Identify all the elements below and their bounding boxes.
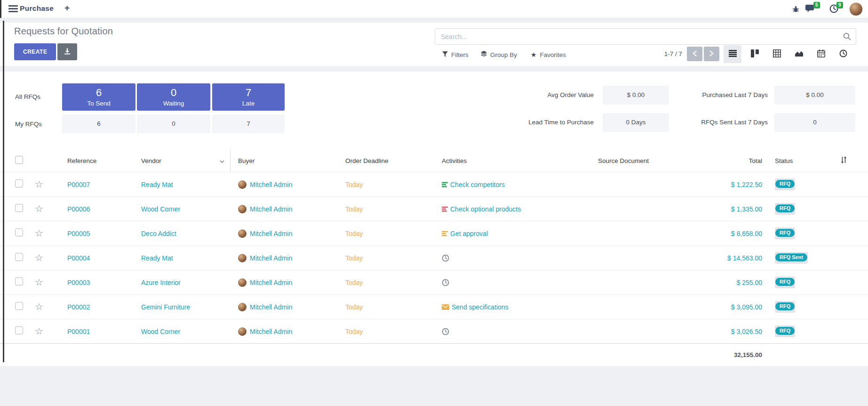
favorite-star-icon[interactable]: ☆ — [35, 228, 43, 238]
vendor-link[interactable]: Ready Mat — [133, 181, 231, 188]
header-order-deadline[interactable]: Order Deadline — [342, 157, 438, 164]
reference-link[interactable]: P00004 — [49, 254, 133, 262]
header-source-document[interactable]: Source Document — [546, 157, 701, 164]
vendor-link[interactable]: Ready Mat — [133, 254, 231, 262]
debug-bug-icon[interactable] — [792, 5, 799, 15]
card-to-send[interactable]: 6 To Send — [62, 83, 135, 111]
apps-menu-icon[interactable] — [8, 5, 18, 12]
filters-button[interactable]: Filters — [442, 49, 469, 60]
activity-link[interactable]: Check optional products — [450, 205, 521, 213]
row-checkbox[interactable] — [15, 277, 23, 285]
reference-link[interactable]: P00006 — [49, 205, 133, 213]
reference-link[interactable]: P00005 — [49, 230, 133, 237]
card-waiting[interactable]: 0 Waiting — [137, 83, 210, 111]
toggle-columns-icon[interactable] — [840, 158, 847, 165]
calendar-view-icon — [817, 49, 825, 59]
card-late[interactable]: 7 Late — [212, 83, 285, 111]
favorite-star-icon[interactable]: ☆ — [35, 326, 43, 336]
order-deadline-value: Today — [342, 230, 438, 237]
rfq-table-row[interactable]: ☆ P00005 Deco Addict Mitchell Admin Toda… — [0, 221, 868, 245]
total-amount: $ 3,026.50 — [701, 328, 766, 335]
reference-link[interactable]: P00001 — [49, 328, 133, 335]
pager-previous-button[interactable] — [687, 47, 702, 61]
header-status[interactable]: Status — [766, 157, 823, 164]
header-buyer[interactable]: Buyer — [231, 157, 342, 164]
rfq-table-row[interactable]: ☆ P00002 Gemini Furniture Mitchell Admin… — [0, 294, 868, 319]
rfq-table-row[interactable]: ☆ P00001 Wood Corner Mitchell Admin Toda… — [0, 319, 868, 343]
order-deadline-value: Today — [342, 279, 438, 286]
total-amount: $ 1,222.50 — [701, 181, 766, 188]
activity-view-button[interactable] — [834, 45, 852, 63]
vendor-link[interactable]: Azure Interior — [133, 279, 231, 286]
rfq-table-row[interactable]: ☆ P00004 Ready Mat Mitchell Admin Today … — [0, 245, 868, 270]
favorite-star-icon[interactable]: ☆ — [35, 204, 43, 214]
row-checkbox[interactable] — [15, 302, 23, 310]
favorite-star-icon[interactable]: ☆ — [35, 179, 43, 189]
my-waiting-box[interactable]: 0 — [137, 114, 210, 133]
vendor-link[interactable]: Wood Corner — [133, 328, 231, 335]
activity-cell[interactable] — [438, 328, 546, 335]
vendor-link[interactable]: Wood Corner — [133, 205, 231, 213]
messages-counter-badge: 5 — [813, 2, 820, 8]
rfq-table-row[interactable]: ☆ P00003 Azure Interior Mitchell Admin T… — [0, 270, 868, 294]
pivot-view-button[interactable] — [768, 45, 786, 63]
reference-link[interactable]: P00002 — [49, 303, 133, 311]
header-vendor[interactable]: Vendor — [133, 149, 231, 172]
reference-link[interactable]: P00003 — [49, 279, 133, 286]
all-rfqs-label: All RFQs — [15, 93, 40, 100]
pager-next-button[interactable] — [704, 47, 719, 61]
vendor-link[interactable]: Deco Addict — [133, 230, 231, 237]
layers-icon — [481, 51, 487, 58]
row-checkbox[interactable] — [15, 228, 23, 236]
export-button[interactable] — [57, 43, 77, 60]
row-checkbox[interactable] — [15, 179, 23, 187]
graph-view-button[interactable] — [790, 45, 808, 63]
control-panel: Requests for Quotation CREATE Filters Gr… — [0, 23, 868, 66]
user-avatar[interactable] — [849, 2, 863, 16]
activity-clock-icon — [442, 254, 449, 262]
row-checkbox[interactable] — [15, 253, 23, 261]
my-to-send-box[interactable]: 6 — [62, 114, 135, 133]
buyer-name: Mitchell Admin — [250, 205, 292, 213]
rfqs-sent-label: RFQs Sent Last 7 Days — [635, 119, 768, 126]
activity-tasks-icon — [442, 231, 448, 236]
activity-view-icon — [839, 49, 847, 59]
add-tab-icon[interactable]: + — [64, 3, 70, 13]
activity-link[interactable]: Check competitors — [450, 181, 505, 188]
activity-link[interactable]: Get approval — [450, 230, 488, 237]
create-button[interactable]: CREATE — [14, 43, 56, 60]
select-all-checkbox[interactable] — [15, 156, 23, 164]
vendor-link[interactable]: Gemini Furniture — [133, 303, 231, 311]
favorite-star-icon[interactable]: ☆ — [35, 277, 43, 287]
calendar-view-button[interactable] — [812, 45, 830, 63]
header-total[interactable]: Total — [701, 157, 766, 164]
header-reference[interactable]: Reference — [49, 157, 133, 164]
activity-link[interactable]: Send specifications — [452, 303, 509, 311]
activity-cell[interactable] — [438, 254, 546, 262]
search-input[interactable] — [440, 29, 837, 44]
order-deadline-value: Today — [342, 181, 438, 188]
favorite-star-icon[interactable]: ☆ — [35, 253, 43, 263]
rfq-table-row[interactable]: ☆ P00007 Ready Mat Mitchell Admin Today … — [0, 172, 868, 196]
search-icon[interactable] — [843, 32, 851, 42]
row-checkbox[interactable] — [15, 204, 23, 212]
favorites-button[interactable]: ★ Favorites — [531, 49, 566, 60]
row-checkbox[interactable] — [15, 326, 23, 334]
activity-cell[interactable]: Check competitors — [438, 181, 546, 188]
activity-cell[interactable]: Get approval — [438, 230, 546, 237]
activity-cell[interactable]: Send specifications — [438, 303, 546, 311]
select-all-cell[interactable] — [0, 156, 29, 165]
reference-link[interactable]: P00007 — [49, 181, 133, 188]
my-late-box[interactable]: 7 — [212, 114, 285, 133]
header-activities[interactable]: Activities — [438, 157, 546, 164]
header-settings-cell[interactable] — [823, 156, 868, 165]
rfq-table-row[interactable]: ☆ P00006 Wood Corner Mitchell Admin Toda… — [0, 196, 868, 221]
kanban-view-button[interactable] — [746, 45, 764, 63]
group-by-button[interactable]: Group By — [481, 49, 517, 60]
activity-cell[interactable] — [438, 279, 546, 286]
favorite-star-icon[interactable]: ☆ — [35, 302, 43, 312]
app-name-menu[interactable]: Purchase — [20, 4, 54, 13]
activity-cell[interactable]: Check optional products — [438, 205, 546, 213]
pivot-view-icon — [773, 49, 781, 59]
list-view-button[interactable] — [724, 45, 741, 63]
